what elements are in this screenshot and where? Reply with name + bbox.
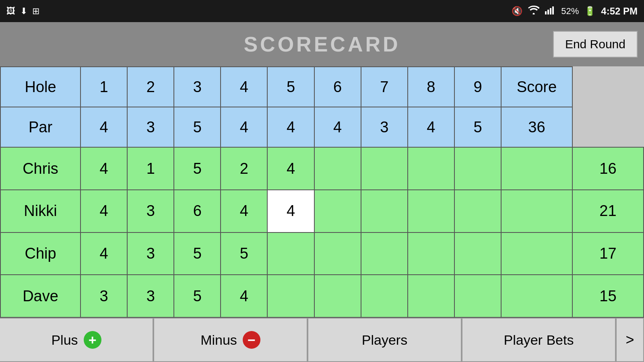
- hole-1-header: 1: [80, 67, 127, 107]
- plus-icon: +: [84, 331, 101, 349]
- player-nikki-hole-8[interactable]: [408, 190, 454, 232]
- player-name-nikki: Nikki: [0, 190, 80, 232]
- player-bets-label: Player Bets: [504, 332, 574, 348]
- player-chip-hole-7[interactable]: [361, 232, 408, 275]
- player-dave-hole-8[interactable]: [408, 275, 454, 317]
- par-hole-5: 4: [267, 107, 314, 147]
- player-dave-hole-10[interactable]: [501, 275, 572, 317]
- svg-rect-1: [547, 10, 549, 14]
- hole-8-header: 8: [408, 67, 454, 107]
- plus-button[interactable]: Plus +: [0, 318, 153, 362]
- player-chris-hole-6[interactable]: [314, 147, 361, 190]
- par-hole-2: 3: [127, 107, 174, 147]
- next-button[interactable]: >: [616, 318, 644, 362]
- player-chip-hole-8[interactable]: [408, 232, 454, 275]
- status-left-icons: 🖼 ⬇ ⊞: [6, 6, 39, 16]
- player-dave-hole-3[interactable]: 5: [174, 275, 221, 317]
- player-dave-hole-9[interactable]: [454, 275, 501, 317]
- signal-icon: [545, 6, 555, 17]
- player-chris-hole-4[interactable]: 2: [221, 147, 267, 190]
- player-chris-hole-10[interactable]: [501, 147, 572, 190]
- player-nikki-hole-6[interactable]: [314, 190, 361, 232]
- battery-icon: 🔋: [584, 6, 595, 16]
- end-round-button[interactable]: End Round: [553, 31, 638, 58]
- player-bets-button[interactable]: Player Bets: [462, 318, 616, 362]
- player-chris-hole-9[interactable]: [454, 147, 501, 190]
- par-total: 36: [501, 107, 572, 147]
- svg-rect-0: [545, 11, 547, 14]
- player-chip-hole-5[interactable]: [267, 232, 314, 275]
- player-chip-hole-10[interactable]: [501, 232, 572, 275]
- player-chip-hole-3[interactable]: 5: [174, 232, 221, 275]
- page-title: SCORECARD: [244, 32, 400, 56]
- player-nikki-hole-1[interactable]: 4: [80, 190, 127, 232]
- player-dave-hole-5[interactable]: [267, 275, 314, 317]
- status-right-icons: 🔇 52% 🔋 4:52 PM: [512, 6, 638, 17]
- bottom-toolbar: Plus + Minus − Players Player Bets >: [0, 318, 644, 362]
- minus-button[interactable]: Minus −: [153, 318, 308, 362]
- player-nikki-total: 21: [572, 190, 644, 232]
- player-nikki-hole-2[interactable]: 3: [127, 190, 174, 232]
- hole-9-header: 9: [454, 67, 501, 107]
- hole-3-header: 3: [174, 67, 221, 107]
- score-header: Score: [501, 67, 572, 107]
- player-chip-hole-4[interactable]: 5: [221, 232, 267, 275]
- player-chip-hole-1[interactable]: 4: [80, 232, 127, 275]
- hole-6-header: 6: [314, 67, 361, 107]
- player-row-chip: Chip435517: [0, 232, 644, 275]
- player-dave-hole-6[interactable]: [314, 275, 361, 317]
- par-hole-7: 3: [361, 107, 408, 147]
- player-name-chip: Chip: [0, 232, 80, 275]
- time-display: 4:52 PM: [601, 6, 638, 17]
- svg-rect-3: [552, 6, 554, 14]
- scorecard-table: Hole123456789Score Par43544434536 Chris4…: [0, 66, 644, 318]
- player-nikki-hole-9[interactable]: [454, 190, 501, 232]
- player-nikki-hole-3[interactable]: 6: [174, 190, 221, 232]
- player-row-dave: Dave335415: [0, 275, 644, 317]
- players-button[interactable]: Players: [308, 318, 462, 362]
- hole-label: Hole: [0, 67, 80, 107]
- app-header: SCORECARD End Round: [0, 22, 644, 66]
- par-hole-3: 5: [174, 107, 221, 147]
- player-chip-hole-6[interactable]: [314, 232, 361, 275]
- player-dave-hole-1[interactable]: 3: [80, 275, 127, 317]
- player-chip-total: 17: [572, 232, 644, 275]
- player-nikki-hole-7[interactable]: [361, 190, 408, 232]
- player-chip-hole-2[interactable]: 3: [127, 232, 174, 275]
- player-chris-hole-1[interactable]: 4: [80, 147, 127, 190]
- minus-label: Minus: [200, 332, 237, 348]
- par-hole-9: 5: [454, 107, 501, 147]
- player-name-chris: Chris: [0, 147, 80, 190]
- svg-rect-2: [550, 8, 551, 14]
- player-chris-hole-8[interactable]: [408, 147, 454, 190]
- player-chris-hole-3[interactable]: 5: [174, 147, 221, 190]
- hole-4-header: 4: [221, 67, 267, 107]
- next-label: >: [625, 331, 634, 348]
- download-icon: ⬇: [20, 6, 27, 16]
- player-nikki-hole-10[interactable]: [501, 190, 572, 232]
- scorecard-container: Hole123456789Score Par43544434536 Chris4…: [0, 66, 644, 318]
- player-dave-hole-7[interactable]: [361, 275, 408, 317]
- player-chris-hole-7[interactable]: [361, 147, 408, 190]
- par-hole-6: 4: [314, 107, 361, 147]
- hole-7-header: 7: [361, 67, 408, 107]
- mute-icon: 🔇: [512, 6, 522, 16]
- par-row: Par43544434536: [0, 107, 644, 147]
- player-nikki-hole-4[interactable]: 4: [221, 190, 267, 232]
- minus-icon: −: [243, 331, 260, 349]
- player-dave-total: 15: [572, 275, 644, 317]
- image-icon: 🖼: [6, 6, 15, 16]
- wifi-icon: [528, 6, 539, 17]
- player-chip-hole-9[interactable]: [454, 232, 501, 275]
- player-dave-hole-2[interactable]: 3: [127, 275, 174, 317]
- player-chris-hole-2[interactable]: 1: [127, 147, 174, 190]
- player-nikki-hole-5[interactable]: 4: [267, 190, 314, 232]
- player-dave-hole-4[interactable]: 4: [221, 275, 267, 317]
- hole-2-header: 2: [127, 67, 174, 107]
- player-chris-total: 16: [572, 147, 644, 190]
- par-hole-4: 4: [221, 107, 267, 147]
- par-label: Par: [0, 107, 80, 147]
- par-hole-8: 4: [408, 107, 454, 147]
- hole-header-row: Hole123456789Score: [0, 67, 644, 107]
- player-chris-hole-5[interactable]: 4: [267, 147, 314, 190]
